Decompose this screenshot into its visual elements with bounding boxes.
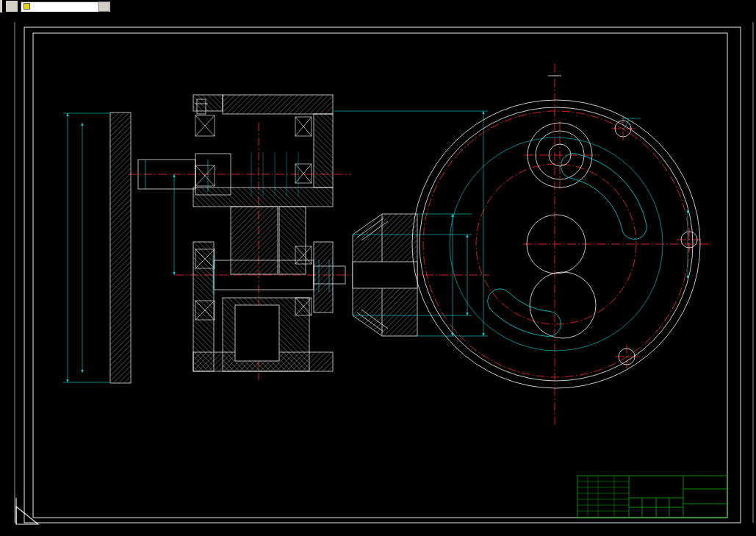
layer-state-icon[interactable] bbox=[6, 1, 18, 12]
toolbar-spacer bbox=[129, 0, 749, 12]
drawing-canvas[interactable] bbox=[0, 12, 756, 536]
ucs-icon bbox=[16, 498, 38, 524]
end-view bbox=[412, 64, 711, 424]
end-view-dims bbox=[622, 118, 688, 279]
section-view bbox=[63, 95, 489, 383]
application-window: { "toolbar": { "icons": [ {"name":"new-f… bbox=[0, 0, 756, 536]
layer-color-swatch bbox=[24, 3, 30, 10]
toolbar bbox=[0, 0, 756, 12]
layer-dropdown-arrow-icon[interactable] bbox=[98, 1, 109, 12]
drawing-svg bbox=[0, 12, 756, 536]
layer-dropdown[interactable] bbox=[21, 1, 110, 12]
title-block bbox=[577, 476, 727, 518]
end-view-circles bbox=[412, 76, 700, 388]
end-view-centerlines bbox=[423, 64, 711, 424]
toolbar-overflow-icon[interactable] bbox=[113, 1, 125, 12]
docked-panel-caption bbox=[749, 0, 756, 12]
layer-toolbar bbox=[2, 0, 129, 12]
